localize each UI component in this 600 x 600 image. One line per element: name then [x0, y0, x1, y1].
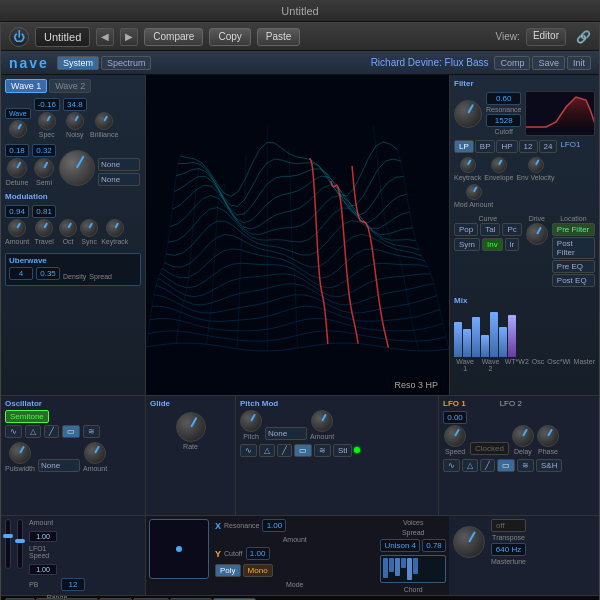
- semi-knob-circle[interactable]: [34, 158, 54, 178]
- view-dropdown[interactable]: Editor: [526, 28, 566, 46]
- nav-prev-button[interactable]: ◀: [96, 28, 114, 46]
- mod-dropdown2[interactable]: None: [98, 173, 140, 186]
- pitch-w1[interactable]: ∿: [240, 444, 257, 457]
- lr-btn[interactable]: lr: [505, 238, 519, 251]
- tal-btn[interactable]: Tal: [480, 223, 500, 236]
- nav-next-button[interactable]: ▶: [120, 28, 138, 46]
- spectrum-knob-circle[interactable]: [38, 112, 56, 130]
- init-btn[interactable]: Init: [567, 56, 591, 70]
- sym-btn[interactable]: Sym: [454, 238, 480, 251]
- mod-dropdown1[interactable]: None: [98, 158, 140, 171]
- slider-2[interactable]: [17, 519, 23, 569]
- wave-tri[interactable]: △: [25, 425, 41, 438]
- pitch-amount-circle[interactable]: [311, 410, 333, 432]
- filter-12[interactable]: 12: [519, 140, 538, 153]
- pitch-w4[interactable]: ▭: [294, 444, 312, 457]
- slider-1[interactable]: [5, 519, 11, 569]
- pitch-wave-btns: ∿ △ ╱ ▭ ≋ Stl: [240, 444, 434, 457]
- off-toggle[interactable]: off: [491, 519, 526, 532]
- post-filter-btn[interactable]: Post Filter: [552, 237, 595, 259]
- comp-btn[interactable]: Comp: [494, 56, 530, 70]
- drive-knob-circle[interactable]: [526, 223, 548, 245]
- paste-button[interactable]: Paste: [257, 28, 301, 46]
- pitch-knob-circle[interactable]: [240, 410, 262, 432]
- wave-saw[interactable]: ╱: [44, 425, 59, 438]
- oct-knob-circle[interactable]: [59, 219, 77, 237]
- link-icon[interactable]: 🔗: [576, 30, 591, 44]
- lfo1-wave-btns: ∿ △ ╱ ▭ ≋ S&H: [443, 459, 595, 472]
- transpose-circle[interactable]: [453, 526, 485, 558]
- pitch-mod-dropdown[interactable]: None: [265, 427, 307, 440]
- filter-24[interactable]: 24: [539, 140, 558, 153]
- detune-knob-circle[interactable]: [7, 158, 27, 178]
- filter-lp[interactable]: LP: [454, 140, 474, 153]
- system-tab[interactable]: System: [57, 56, 99, 70]
- sync-knob-circle[interactable]: [80, 219, 98, 237]
- wave1-tab[interactable]: Wave 1: [5, 79, 47, 93]
- mix-bar-master: [508, 315, 516, 357]
- pb-row: PB 12: [29, 578, 85, 591]
- osc-mod-dropdown[interactable]: None: [38, 459, 80, 472]
- wave-knob-circle[interactable]: [9, 120, 27, 138]
- lfo1-w5[interactable]: ≋: [517, 459, 534, 472]
- glide-knob-circle[interactable]: [176, 412, 206, 442]
- x-resonance-label: Resonance: [224, 522, 259, 529]
- osc-title: Oscillator: [5, 399, 141, 408]
- semitone-toggle[interactable]: Semitone: [5, 410, 49, 423]
- envelope-circle[interactable]: [491, 157, 507, 173]
- env-vel-circle[interactable]: [528, 157, 544, 173]
- pitch-w3[interactable]: ╱: [277, 444, 292, 457]
- pulswidth-circle[interactable]: [9, 442, 31, 464]
- mod-amt-circle[interactable]: [466, 184, 482, 200]
- main-wave-knob-circle[interactable]: [59, 150, 95, 186]
- lfo1-delay-knob: Delay: [512, 425, 534, 455]
- window-title: Untitled: [281, 5, 318, 17]
- x-row: X Resonance 1.00: [215, 519, 374, 532]
- travel-knob-circle[interactable]: [35, 219, 53, 237]
- transpose-label: Transpose: [491, 534, 526, 541]
- filter-hp[interactable]: HP: [496, 140, 517, 153]
- osc-amount-circle[interactable]: [84, 442, 106, 464]
- amount-knob-circle[interactable]: [8, 219, 26, 237]
- wave-sin[interactable]: ∿: [5, 425, 22, 438]
- compare-button[interactable]: Compare: [144, 28, 203, 46]
- lfo1-clocked[interactable]: Clocked: [470, 442, 509, 455]
- wave-sqr[interactable]: ▭: [62, 425, 80, 438]
- wave2-tab[interactable]: Wave 2: [49, 79, 91, 93]
- save-btn[interactable]: Save: [532, 56, 565, 70]
- lfo1-w6[interactable]: S&H: [536, 459, 562, 472]
- lfo1-phase-circle[interactable]: [537, 425, 559, 447]
- pitch-sync[interactable]: Stl: [333, 444, 352, 457]
- spectrum-tab[interactable]: Spectrum: [101, 56, 152, 70]
- chord-bar-2: [389, 558, 394, 572]
- pitch-w2[interactable]: △: [259, 444, 275, 457]
- lfo1-speed-circle[interactable]: [444, 425, 466, 447]
- keytrack-knob-circle[interactable]: [106, 219, 124, 237]
- pop-btn[interactable]: Pop: [454, 223, 478, 236]
- pc-btn[interactable]: Pc: [502, 223, 521, 236]
- brilliance-knob-circle[interactable]: [95, 112, 113, 130]
- xy-pad[interactable]: [149, 519, 209, 579]
- pre-eq-btn[interactable]: Pre EQ: [552, 260, 595, 273]
- copy-button[interactable]: Copy: [209, 28, 250, 46]
- osc-waveforms: ∿ △ ╱ ▭ ≋: [5, 425, 141, 438]
- left-controls-section: Amount 1.00 LFO1 Speed 1.00 PB 12 Range: [1, 516, 146, 595]
- filter-resonance-circle[interactable]: [454, 100, 482, 128]
- lfo1-delay-circle[interactable]: [512, 425, 534, 447]
- noisy-knob-circle[interactable]: [66, 112, 84, 130]
- wave-noise[interactable]: ≋: [83, 425, 100, 438]
- lfo1-w2[interactable]: △: [462, 459, 478, 472]
- poly-btn[interactable]: Poly: [215, 564, 241, 577]
- lfo1-w4[interactable]: ▭: [497, 459, 515, 472]
- post-eq-btn[interactable]: Post EQ: [552, 274, 595, 287]
- keytrack-filter-circle[interactable]: [460, 157, 476, 173]
- filter-bp[interactable]: BP: [475, 140, 496, 153]
- pitch-w5[interactable]: ≋: [314, 444, 331, 457]
- pre-filter-btn[interactable]: Pre Filter: [552, 223, 595, 236]
- mono-btn[interactable]: Mono: [243, 564, 273, 577]
- modulation-row: 0.94 Amount 0.81 Travel Oct Sync: [5, 205, 141, 245]
- inv-btn[interactable]: Inv: [482, 238, 503, 251]
- lfo1-w1[interactable]: ∿: [443, 459, 460, 472]
- power-button[interactable]: ⏻: [9, 27, 29, 47]
- lfo1-w3[interactable]: ╱: [480, 459, 495, 472]
